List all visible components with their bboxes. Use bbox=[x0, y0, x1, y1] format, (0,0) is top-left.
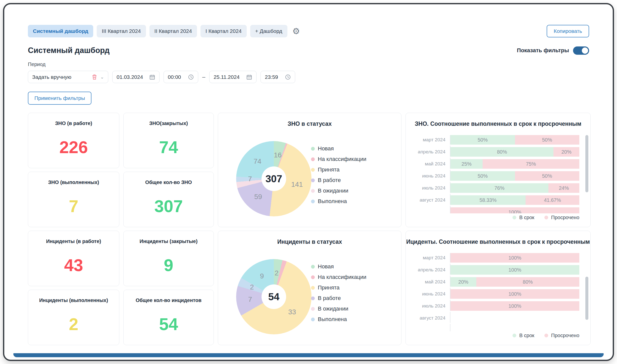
legend-item[interactable]: Выполнена bbox=[311, 316, 366, 323]
bar-track bbox=[450, 325, 579, 331]
chart-card-incidents-ontime-ratio: Ициденты. Соотношение выполненных в срок… bbox=[405, 231, 591, 345]
kpi-value: 54 bbox=[159, 303, 178, 345]
legend-item[interactable]: Принята bbox=[311, 166, 366, 173]
apply-filters-button[interactable]: Применить фильтры bbox=[28, 92, 91, 105]
pie-slice-label: 7 bbox=[248, 175, 252, 183]
calendar-icon[interactable] bbox=[149, 74, 155, 80]
bar-category-label: апрель 2024 bbox=[412, 267, 450, 273]
kpi-value: 226 bbox=[59, 126, 88, 168]
tab-quarter-1-2024[interactable]: I Квартал 2024 bbox=[200, 25, 247, 37]
legend-item[interactable]: Выполнена bbox=[311, 198, 366, 205]
legend-dot-icon bbox=[512, 216, 516, 219]
tab-quarter-3-2024[interactable]: III Квартал 2024 bbox=[97, 25, 146, 37]
date-from-value: 01.03.2024 bbox=[117, 74, 143, 80]
legend-item[interactable]: Просрочено bbox=[544, 214, 579, 221]
bar-legend: В срокПросрочено bbox=[512, 332, 579, 339]
show-filters-toggle[interactable] bbox=[573, 46, 589, 55]
kpi-value: 7 bbox=[69, 185, 78, 227]
legend-dot-icon bbox=[544, 216, 548, 219]
period-label: Период bbox=[28, 62, 589, 67]
legend-dot-icon bbox=[311, 265, 315, 269]
legend-dot-icon bbox=[311, 168, 315, 172]
pie-slice-label: 16 bbox=[274, 151, 282, 159]
calendar-icon[interactable] bbox=[246, 74, 252, 80]
clock-icon[interactable] bbox=[285, 74, 291, 80]
chevron-down-icon[interactable]: ⌄ bbox=[100, 74, 104, 80]
bar-segment: 58.33% bbox=[450, 195, 526, 205]
bar-track: 100% bbox=[450, 253, 579, 263]
date-to-input[interactable]: 25.11.2024 bbox=[209, 71, 256, 83]
pie-chart: 23372954 bbox=[236, 259, 312, 334]
legend-item[interactable]: В срок bbox=[512, 214, 534, 221]
bar-category-label: апрель 2024 bbox=[412, 149, 450, 155]
pie-slice-label: 2 bbox=[275, 269, 279, 277]
legend-dot-icon bbox=[311, 178, 315, 182]
bar-segment: 75% bbox=[483, 159, 579, 169]
tab-add-dashboard[interactable]: + Дашборд bbox=[250, 25, 287, 37]
legend-item[interactable]: В работе bbox=[311, 177, 366, 184]
bar-segment: 41.67% bbox=[526, 195, 579, 205]
bar-row: апрель 2024100% bbox=[412, 265, 579, 275]
legend-item[interactable]: На классификации bbox=[311, 156, 366, 163]
kpi-title: ЗНО (выполненных) bbox=[48, 179, 99, 185]
bar-segment: 50% bbox=[515, 135, 580, 145]
time-to-input[interactable]: 23:59 bbox=[261, 71, 295, 83]
legend-item[interactable]: В ожидании bbox=[311, 187, 366, 194]
bar-category-label: август 2024 bbox=[412, 315, 450, 321]
legend-dot-icon bbox=[311, 286, 315, 290]
pie-legend: НоваяНа классификацииПринятаВ работеВ ож… bbox=[311, 145, 366, 205]
period-preset-select[interactable]: Задать вручную ⌄ bbox=[28, 71, 108, 83]
tab-quarter-2-2024[interactable]: II Квартал 2024 bbox=[149, 25, 197, 37]
legend-item[interactable]: В срок bbox=[512, 332, 534, 339]
scrollbar-thumb[interactable] bbox=[585, 277, 588, 320]
legend-label: Выполнена bbox=[318, 198, 347, 205]
legend-dot-icon bbox=[311, 318, 315, 321]
bar-segment: 50% bbox=[515, 171, 580, 181]
legend-item[interactable]: Новая bbox=[311, 263, 366, 270]
gear-icon[interactable]: ⚙ bbox=[292, 27, 300, 35]
scrollbar-thumb[interactable] bbox=[585, 135, 588, 192]
pie-center-total: 54 bbox=[262, 284, 286, 309]
period-preset-value: Задать вручную bbox=[32, 74, 92, 80]
legend-item[interactable]: В работе bbox=[311, 295, 366, 302]
legend-item[interactable]: Просрочено bbox=[544, 332, 579, 339]
bar-category-label: март 2024 bbox=[412, 137, 450, 143]
page-title: Системный дашборд bbox=[28, 46, 110, 55]
pie-center-total: 307 bbox=[262, 166, 286, 191]
clock-icon[interactable] bbox=[188, 74, 194, 80]
period-filter-row: Задать вручную ⌄ 01.03.2024 0 bbox=[28, 71, 589, 83]
kpi-title: Инциденты (закрытые) bbox=[140, 238, 198, 244]
bar-segment: 20% bbox=[450, 277, 476, 287]
trash-icon[interactable] bbox=[92, 74, 97, 80]
copy-button[interactable]: Копировать bbox=[547, 25, 589, 37]
bar-segment: 100% bbox=[450, 289, 579, 299]
legend-item[interactable]: Новая bbox=[311, 145, 366, 152]
tab-system-dashboard[interactable]: Системный дашборд bbox=[28, 25, 93, 37]
legend-item[interactable]: В ожидании bbox=[311, 305, 366, 312]
bar-track: 20%80% bbox=[450, 277, 579, 287]
bottom-accent-bar bbox=[13, 353, 604, 357]
legend-label: На классификации bbox=[318, 274, 366, 280]
bar-track: 100% bbox=[450, 265, 579, 275]
kpi-title: Инциденты (выполненных) bbox=[39, 297, 108, 303]
bar-row bbox=[412, 325, 579, 331]
bar-row: июль 202476%24% bbox=[412, 183, 579, 193]
legend-label: В работе bbox=[318, 295, 341, 301]
bar-row: 100% bbox=[412, 207, 579, 213]
kpi-value: 2 bbox=[69, 303, 78, 345]
bar-track: 50%50% bbox=[450, 135, 579, 145]
bar-segment: 100% bbox=[450, 265, 579, 275]
pie-slice-label: 2 bbox=[250, 283, 254, 291]
legend-item[interactable]: Принята bbox=[311, 284, 366, 291]
legend-label: Принята bbox=[318, 284, 339, 291]
bar-category-label: июнь 2024 bbox=[412, 173, 450, 179]
date-from-input[interactable]: 01.03.2024 bbox=[112, 71, 160, 83]
chart-card-incidents-statuses: Инциденты в статусах23372954НоваяНа клас… bbox=[218, 231, 401, 345]
legend-item[interactable]: На классификации bbox=[311, 274, 366, 281]
time-from-input[interactable]: 00:00 bbox=[164, 71, 198, 83]
time-to-value: 23:59 bbox=[265, 74, 278, 80]
bar-track: 80%20% bbox=[450, 147, 579, 157]
bar-segment: 50% bbox=[450, 135, 515, 145]
bar-category-label: август 2024 bbox=[412, 197, 450, 203]
chart-title: ЗНО. Соотношение выполненных в срок к пр… bbox=[406, 120, 590, 127]
